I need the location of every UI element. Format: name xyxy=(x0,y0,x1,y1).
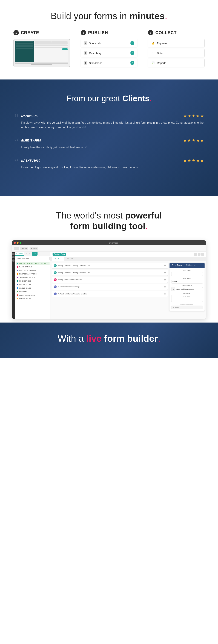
field-grading[interactable]: MULTIPLE GRADING xyxy=(16,294,50,297)
smiley-label: SMILEY RATING xyxy=(19,298,32,300)
star-4: ★ xyxy=(196,138,200,143)
preview-firstname-input[interactable] xyxy=(171,272,203,276)
field-checkbox[interactable]: CHECKBOX OPTIONS xyxy=(16,269,50,272)
preview-email-input[interactable]: ✉ swashata@wpquark.com xyxy=(171,287,203,291)
standalone-icon: ⊞ xyxy=(84,61,87,65)
field-smiley[interactable]: SMILEY RATING xyxy=(16,297,50,300)
collect-item-payment: 💰 Payment xyxy=(148,39,204,47)
app-mockup: eform.test eform + New CONFIG STYLE 135 xyxy=(12,240,206,319)
publish-item-shortcode: ⊞ Shortcode ✓ xyxy=(81,39,137,47)
email-icon: ✉ xyxy=(171,288,175,291)
field-gear-3[interactable]: ⚙ xyxy=(164,278,166,281)
powerful-section: The world's most powerfulform building t… xyxy=(0,196,218,322)
app-content-area: Contact Form GET IN T... A LITTLE ... xyxy=(50,252,206,319)
laptop-stand xyxy=(31,64,52,65)
range-label: SINGLE RANGE xyxy=(19,287,31,289)
reviewer-3-stars: ★ ★ ★ ★ ★ xyxy=(183,158,204,163)
app-titlebar: eform.test xyxy=(12,240,206,245)
star-1: ★ xyxy=(183,158,187,163)
badge-count: 135 xyxy=(32,252,38,256)
star-1: ★ xyxy=(183,114,187,118)
step-1-number: 1 xyxy=(14,30,19,35)
shortcode-icon: ⊞ xyxy=(84,41,87,45)
field-thumbnail[interactable]: THUMBNAIL SELECTI... xyxy=(16,276,50,279)
review-3-text: I love the plugin. Works great. Looking … xyxy=(21,165,204,170)
toolbar-eform: eform xyxy=(20,247,28,250)
slider-dot xyxy=(17,284,18,285)
powerful-dot: . xyxy=(145,221,148,231)
laptop-mockup xyxy=(14,39,70,67)
preview-message-textarea[interactable]: Write Here... xyxy=(171,295,203,302)
step-collect-header: 3 COLLECT xyxy=(148,30,204,35)
field-slider[interactable]: SINGLE SLIDER xyxy=(16,283,50,286)
form-field-row-2: 01 Primary Last Name : Primary Last Name… xyxy=(52,270,168,276)
app-field-list: MULTIPLE CHOICE QUESTIONS (M) RADIO OPTI… xyxy=(15,261,50,301)
live-word: live xyxy=(86,333,101,344)
form-field-row-3: 02 Primary Email : Primary Email Title ⚙ xyxy=(52,277,168,283)
star-3: ★ xyxy=(192,158,195,163)
sidebar-icon-3 xyxy=(12,260,15,262)
gutenberg-label: Gutenberg xyxy=(89,52,101,54)
field-gear-1[interactable]: ⚙ xyxy=(164,264,166,267)
reports-icon: 📊 xyxy=(151,61,155,65)
preview-lastname-input[interactable]: Ghosh xyxy=(171,280,203,284)
sidebar-search[interactable] xyxy=(15,256,50,261)
email-value: swashata@wpquark.com xyxy=(175,288,195,290)
review-3-header: NASHTU3000 ★ ★ ★ ★ ★ xyxy=(21,158,204,163)
step-create: 1 CREATE xyxy=(14,30,70,67)
star-4: ★ xyxy=(196,158,200,163)
review-3: NASHTU3000 ★ ★ ★ ★ ★ I love the plugin. … xyxy=(14,158,204,170)
field-spinner[interactable]: SPINNERS xyxy=(16,290,50,294)
reviewer-3-name: NASHTU3000 xyxy=(21,159,40,162)
field-label-2: Primary Last Name : Primary Last Name Ti… xyxy=(58,272,90,274)
app-outer-sidebar xyxy=(12,252,15,319)
radio-dot xyxy=(17,266,18,268)
steps-row: 1 CREATE xyxy=(7,30,211,67)
screen-sidebar xyxy=(15,41,34,62)
price-label: PRICING TABLE xyxy=(19,280,31,282)
reviewer-2-stars: ★ ★ ★ ★ ★ xyxy=(183,138,204,143)
tab-get-in-touch[interactable]: GET IN T... xyxy=(52,257,64,261)
search-input[interactable] xyxy=(16,257,50,260)
collect-item-reports: 📊 Reports xyxy=(148,59,204,67)
step-publish-header: 2 PUBLISH xyxy=(81,30,137,35)
sidebar-icon-1 xyxy=(12,253,15,255)
step-collect-label: COLLECT xyxy=(155,30,177,35)
config-tab[interactable]: CONFIG xyxy=(15,252,24,256)
preview-tab-1[interactable]: Get In Touch xyxy=(170,263,184,268)
review-1: MANWLIOS ★ ★ ★ ★ ★ I'm blown away with t… xyxy=(14,114,204,130)
preview-email-label: Email Address xyxy=(171,285,203,287)
field-dropdown[interactable]: DROPDOWN OPTIONS xyxy=(16,272,50,276)
publish-item-gutenberg: ⊞ Gutenberg ✓ xyxy=(81,49,137,57)
form-title-badge: Contact Form xyxy=(53,253,66,256)
field-num-02: 02 xyxy=(54,278,57,281)
preview-body: First Name Last Name Ghosh Email Address… xyxy=(170,268,204,311)
field-gear-2[interactable]: ⚙ xyxy=(164,272,166,274)
tab-a-little[interactable]: A LITTLE ... xyxy=(65,257,77,261)
preview-lastname-label: Last Name xyxy=(171,277,203,279)
field-gear-4[interactable]: ⚙ xyxy=(164,286,166,288)
reviewer-1-stars: ★ ★ ★ ★ ★ xyxy=(183,114,204,118)
field-multi-choice[interactable]: MULTIPLE CHOICE QUESTIONS (M) xyxy=(16,262,50,265)
lastname-value: Ghosh xyxy=(173,281,177,282)
field-radio[interactable]: RADIO OPTIONS xyxy=(16,265,50,269)
star-4: ★ xyxy=(196,114,200,118)
preview-next-btn[interactable]: ✓ Prev xyxy=(171,306,203,309)
spinner-dot xyxy=(17,291,18,292)
star-3: ★ xyxy=(192,114,195,118)
field-range[interactable]: SINGLE RANGE xyxy=(16,286,50,290)
style-tab[interactable]: STYLE xyxy=(24,252,32,256)
powerful-title: The world's most powerfulform building t… xyxy=(7,210,211,232)
reports-label: Reports xyxy=(157,62,166,64)
preview-tab-2[interactable]: A little survey xyxy=(184,263,198,268)
sidebar-icon-2 xyxy=(12,256,15,258)
field-pricing[interactable]: PRICING TABLE xyxy=(16,279,50,283)
laptop-screen xyxy=(15,41,68,62)
preview-firstname-label: First Name xyxy=(171,270,203,272)
dropdown-dot xyxy=(17,273,18,275)
collect-items: 💰 Payment 🗄 Data 📊 Reports xyxy=(148,39,204,67)
review-1-header: MANWLIOS ★ ★ ★ ★ ★ xyxy=(21,114,204,118)
field-gear-5[interactable]: ⚙ xyxy=(164,293,166,295)
app-config-tabs: CONFIG STYLE 135 xyxy=(15,252,50,256)
shortcode-check: ✓ xyxy=(130,41,134,45)
